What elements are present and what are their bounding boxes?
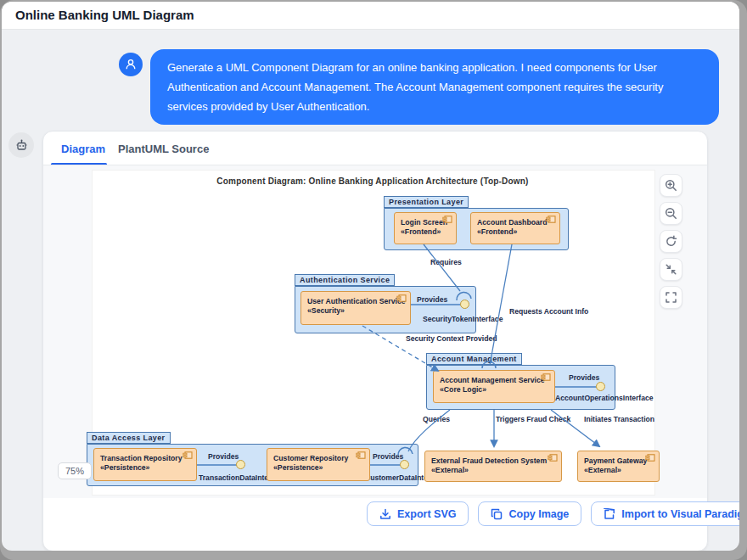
zoom-in-button[interactable]	[660, 174, 682, 197]
fullscreen-icon	[665, 291, 677, 304]
component-icon	[541, 373, 551, 381]
component-external-fraud-detection-system: External Fraud Detection System «Externa…	[424, 451, 562, 482]
component-icon	[645, 454, 655, 462]
component-icon	[442, 216, 452, 223]
component-account-dashboard: Account Dashboard «Frontend»	[470, 212, 560, 244]
external-link-icon	[604, 508, 615, 520]
component-stereotype: «Persistence»	[273, 463, 365, 473]
copy-icon	[491, 508, 503, 520]
provides-label: Provides	[208, 452, 239, 461]
download-icon	[379, 508, 391, 520]
component-account-management-service: Account Management Service «Core Logic»	[433, 370, 555, 403]
component-name: Transaction Repository	[100, 454, 192, 463]
reset-view-button[interactable]	[660, 230, 682, 253]
fullscreen-button[interactable]	[660, 286, 682, 309]
copy-image-button[interactable]: Copy Image	[478, 501, 581, 526]
tab-diagram[interactable]: Diagram	[61, 143, 105, 155]
component-stereotype: «Persistence»	[100, 463, 192, 473]
component-customer-repository: Customer Repository «Persistence»	[267, 448, 370, 481]
connection-label-requests-account-info: Requests Account Info	[509, 307, 588, 316]
component-name: Account Management Service	[440, 376, 550, 385]
package-tab-presentation-layer: Presentation Layer	[384, 196, 469, 208]
connection-label-triggers-fraud-check: Triggers Fraud Check	[496, 415, 570, 423]
component-payment-gateway: Payment Gateway «External»	[577, 451, 660, 482]
component-name: User Authentication Service	[307, 297, 406, 306]
action-toolbar: Export SVG Copy Image Import to Visual P…	[367, 501, 739, 526]
component-stereotype: «Frontend»	[477, 227, 555, 237]
component-name: Payment Gateway	[584, 456, 654, 466]
connection-label-initiates-transaction: Initiates Transaction	[584, 415, 654, 423]
zoom-out-icon	[665, 207, 677, 220]
package-label: Data Access Layer	[92, 434, 166, 442]
connection-label-security-context-provided: Security Context Provided	[406, 334, 497, 343]
page-title: Online Banking UML Diagram	[15, 8, 194, 22]
zoom-out-button[interactable]	[660, 202, 682, 225]
tab-plantuml-source[interactable]: PlantUML Source	[118, 143, 209, 155]
package-tab-account-management: Account Management	[426, 353, 522, 365]
robot-icon	[14, 138, 29, 153]
lollipop-customerdatainterface	[400, 460, 409, 469]
import-to-visual-paradigm-button[interactable]: Import to Visual Paradigm	[591, 501, 739, 526]
component-name: Account Dashboard	[477, 218, 555, 227]
component-icon	[183, 451, 193, 459]
fit-to-screen-button[interactable]	[660, 258, 682, 281]
export-svg-label: Export SVG	[397, 508, 456, 520]
component-user-authentication-service: User Authentication Service «Security»	[300, 291, 411, 325]
package-label: Presentation Layer	[389, 198, 463, 206]
copy-image-label: Copy Image	[508, 508, 569, 520]
zoom-level-badge: 75%	[58, 462, 92, 479]
component-name: External Fraud Detection System	[431, 456, 557, 466]
connection-label-queries: Queries	[423, 415, 450, 423]
lollipop-securitytokeninterface	[460, 300, 469, 309]
package-label: Authentication Service	[300, 276, 390, 284]
assistant-avatar	[8, 132, 34, 158]
person-icon	[124, 58, 138, 71]
chat-message-bubble: Generate a UML Component Diagram for an …	[150, 49, 719, 125]
package-tab-data-access-layer: Data Access Layer	[87, 432, 171, 444]
diagram-title: Component Diagram: Online Banking Applic…	[203, 176, 542, 186]
component-name: Customer Repository	[273, 454, 365, 463]
export-svg-button[interactable]: Export SVG	[367, 501, 469, 526]
component-stereotype: «Core Logic»	[440, 385, 550, 395]
zoom-in-icon	[665, 179, 677, 192]
provides-label: Provides	[417, 295, 447, 304]
reset-icon	[665, 235, 677, 248]
provides-label: Provides	[373, 452, 403, 461]
connection-label-requires: Requires	[430, 258, 462, 266]
user-avatar	[119, 53, 143, 76]
component-stereotype: «External»	[431, 466, 557, 475]
component-icon	[548, 454, 558, 462]
provides-label: Provides	[569, 373, 599, 382]
package-tab-authentication-service: Authentication Service	[295, 274, 395, 286]
component-icon	[356, 451, 366, 459]
import-vp-label: Import to Visual Paradigm	[621, 508, 739, 520]
interface-label-accountoperationsinterface: AccountOperationsInterface	[555, 394, 654, 402]
compress-icon	[665, 263, 677, 276]
component-login-screen: Login Screen «Frontend»	[394, 212, 457, 244]
app-header: Online Banking UML Diagram	[2, 2, 739, 30]
component-icon	[396, 294, 407, 302]
package-label: Account Management	[431, 355, 517, 363]
component-stereotype: «Frontend»	[401, 227, 452, 237]
window-frame: Online Banking UML Diagram Generate a UM…	[0, 0, 747, 560]
component-transaction-repository: Transaction Repository «Persistence»	[93, 448, 197, 481]
interface-label-securitytokeninterface: SecurityTokenInterface	[423, 315, 503, 323]
lollipop-transactiondatainterface	[236, 460, 245, 469]
component-icon	[546, 216, 556, 223]
component-stereotype: «External»	[584, 466, 654, 475]
lollipop-accountoperationsinterface	[596, 382, 605, 391]
component-stereotype: «Security»	[307, 306, 406, 316]
